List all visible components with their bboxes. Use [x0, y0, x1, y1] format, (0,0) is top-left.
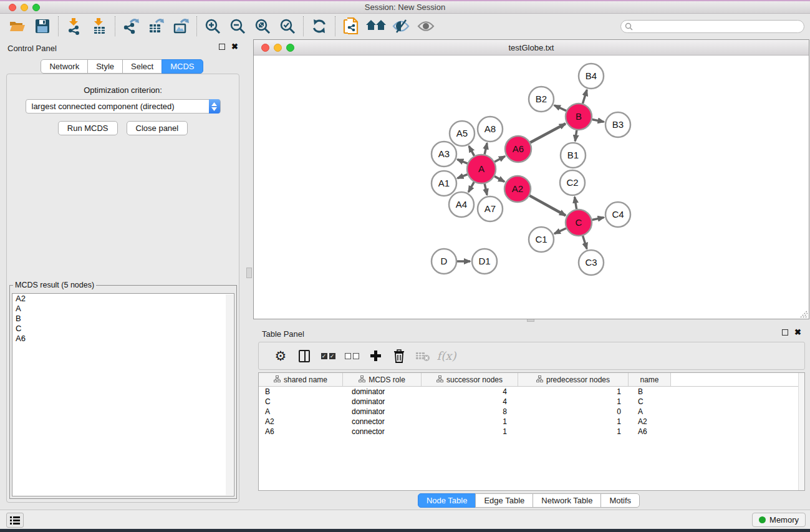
task-history-button[interactable] — [6, 513, 24, 528]
open-session-icon[interactable] — [5, 15, 30, 37]
tab-network-table[interactable]: Network Table — [533, 493, 601, 508]
column-header-name[interactable]: name — [629, 373, 671, 386]
hide-selected-eye-icon[interactable] — [388, 15, 413, 37]
graph-node-D1[interactable]: D1 — [472, 249, 497, 274]
float-table-panel-icon[interactable] — [782, 329, 788, 336]
graph-node-A3[interactable]: A3 — [432, 142, 456, 167]
tab-network[interactable]: Network — [41, 59, 88, 74]
table-row[interactable]: A6connector11A6 — [259, 427, 804, 437]
graph-node-C[interactable]: C — [566, 210, 592, 236]
column-header-shared-name[interactable]: shared name — [259, 373, 343, 386]
export-network-icon[interactable] — [118, 15, 143, 37]
tab-mcds[interactable]: MCDS — [162, 59, 203, 74]
close-table-panel-icon[interactable]: ✖ — [794, 329, 801, 336]
graph-node-B2[interactable]: B2 — [529, 87, 554, 112]
select-all-columns-icon[interactable]: ✓✓ — [316, 344, 340, 368]
optimization-criterion-select[interactable]: largest connected component (directed) — [26, 99, 221, 114]
close-panel-icon[interactable]: ✖ — [231, 44, 238, 50]
tab-node-table[interactable]: Node Table — [418, 493, 476, 508]
table-row[interactable]: Bdominator41B — [259, 387, 804, 397]
graph-node-A2[interactable]: A2 — [504, 176, 531, 202]
tab-motifs[interactable]: Motifs — [600, 493, 640, 508]
graph-edge-A-A3[interactable] — [457, 160, 467, 164]
graph-edge-A-A1[interactable] — [457, 175, 467, 178]
network-minimize-button[interactable] — [274, 44, 282, 52]
run-mcds-button[interactable]: Run MCDS — [58, 121, 118, 135]
mcds-result-item[interactable]: A — [12, 304, 234, 314]
deselect-all-columns-icon[interactable]: ✓✓ — [340, 344, 364, 368]
graph-edge-A-A8[interactable] — [485, 143, 487, 154]
zoom-window-button[interactable] — [32, 4, 40, 11]
graph-node-C1[interactable]: C1 — [529, 227, 554, 252]
graph-node-C3[interactable]: C3 — [579, 250, 604, 275]
network-canvas[interactable]: B4B2BB3A8A5A6A3B1AC2A1A2A4A7C4CC1C3DD1 — [254, 56, 809, 319]
tab-edge-table[interactable]: Edge Table — [475, 493, 533, 508]
export-table-icon[interactable] — [143, 15, 168, 37]
export-image-icon[interactable] — [168, 15, 193, 37]
graph-edge-B-B3[interactable] — [592, 119, 604, 122]
import-network-icon[interactable] — [62, 15, 87, 37]
table-row[interactable]: Cdominator41C — [259, 397, 804, 407]
mcds-result-item[interactable]: A2 — [12, 294, 234, 304]
import-table-icon[interactable] — [87, 15, 112, 37]
graph-node-D[interactable]: D — [432, 249, 456, 274]
graph-node-B1[interactable]: B1 — [561, 143, 586, 168]
close-window-button[interactable] — [9, 4, 16, 11]
delete-column-icon[interactable] — [387, 344, 411, 368]
graph-node-A[interactable]: A — [467, 155, 496, 183]
horizontal-splitter-handle[interactable] — [246, 268, 252, 278]
float-panel-icon[interactable] — [219, 44, 225, 50]
copy-network-icon[interactable] — [339, 15, 364, 37]
table-row[interactable]: Adominator80A — [259, 407, 804, 417]
graph-node-B4[interactable]: B4 — [579, 64, 604, 89]
graph-node-A5[interactable]: A5 — [450, 121, 475, 146]
graph-node-C2[interactable]: C2 — [560, 170, 585, 195]
column-header-predecessor-nodes[interactable]: predecessor nodes — [518, 373, 629, 386]
zoom-selected-icon[interactable] — [275, 15, 300, 37]
graph-edge-C-C4[interactable] — [592, 218, 604, 220]
graph-node-C4[interactable]: C4 — [605, 202, 630, 227]
table-row[interactable]: A2connector11A2 — [259, 417, 804, 427]
add-column-icon[interactable] — [364, 344, 387, 368]
table-scrollbar[interactable] — [798, 373, 804, 490]
column-header-MCDS-role[interactable]: MCDS role — [343, 373, 422, 386]
mcds-result-item[interactable]: C — [12, 324, 234, 334]
graph-node-A4[interactable]: A4 — [449, 192, 474, 217]
graph-edge-A2-C[interactable] — [529, 196, 566, 216]
home-icon[interactable] — [364, 15, 388, 37]
tab-style[interactable]: Style — [87, 59, 123, 74]
mcds-result-list[interactable]: A2ABCA6 — [12, 293, 234, 496]
network-zoom-button[interactable] — [286, 44, 294, 52]
memory-button[interactable]: Memory — [752, 513, 806, 527]
graph-node-B[interactable]: B — [566, 104, 592, 130]
graph-edge-C-C3[interactable] — [583, 236, 587, 249]
graph-edge-A-A7[interactable] — [485, 183, 487, 195]
search-input[interactable] — [620, 20, 804, 33]
window-resize-grip[interactable] — [798, 308, 808, 318]
graph-node-A8[interactable]: A8 — [478, 117, 503, 142]
show-eye-icon[interactable] — [413, 15, 438, 37]
mcds-list-scrollbar[interactable] — [226, 294, 233, 495]
graph-node-A6[interactable]: A6 — [505, 136, 531, 162]
zoom-in-icon[interactable] — [200, 15, 225, 37]
zoom-fit-icon[interactable] — [250, 15, 275, 37]
mcds-result-item[interactable]: B — [12, 314, 234, 324]
minimize-window-button[interactable] — [21, 4, 28, 11]
network-close-button[interactable] — [261, 44, 269, 52]
show-columns-icon[interactable] — [292, 344, 316, 368]
graph-edge-A-A4[interactable] — [468, 182, 474, 192]
graph-edge-A-A6[interactable] — [494, 156, 505, 162]
graph-node-B3[interactable]: B3 — [605, 112, 630, 137]
graph-edge-A-A2[interactable] — [494, 177, 504, 182]
graph-edge-B-B2[interactable] — [554, 105, 566, 111]
column-header-successor-nodes[interactable]: successor nodes — [422, 373, 518, 386]
graph-node-A1[interactable]: A1 — [432, 171, 456, 196]
graph-node-A7[interactable]: A7 — [478, 196, 503, 221]
graph-edge-B-B4[interactable] — [582, 90, 587, 104]
graph-edge-A-A5[interactable] — [469, 146, 475, 156]
zoom-out-icon[interactable] — [225, 15, 250, 37]
table-settings-gear-icon[interactable]: ⚙ — [269, 344, 292, 368]
function-builder-icon[interactable]: f(x) — [435, 344, 458, 368]
graph-edge-C-C2[interactable] — [575, 197, 577, 210]
save-session-icon[interactable] — [30, 15, 55, 37]
